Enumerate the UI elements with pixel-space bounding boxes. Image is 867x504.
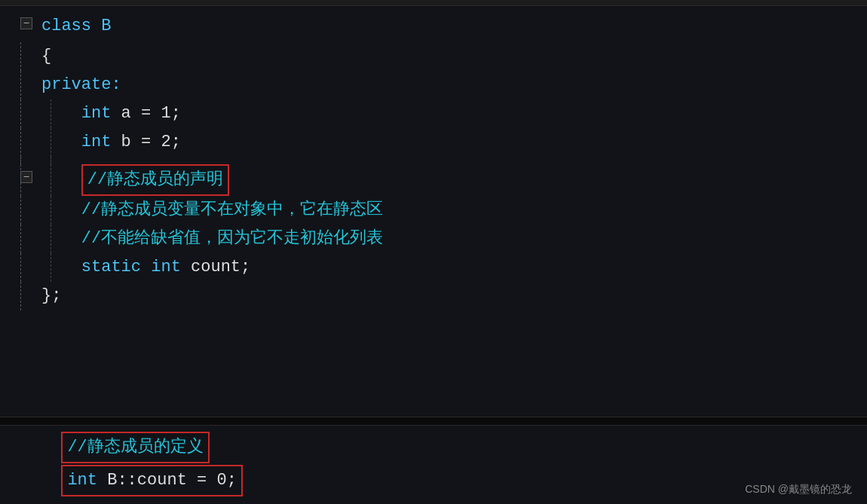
line-close-brace: };: [41, 282, 867, 310]
guide-17: [20, 282, 21, 310]
line-empty: [41, 157, 867, 164]
line-comment-no-default: //不能给缺省值，因为它不走初始化列表: [41, 225, 867, 253]
var-a: a = 1;: [111, 104, 180, 123]
kw-int-def: int: [67, 471, 97, 490]
kw-int-count: int: [151, 258, 181, 276]
comment-declaration-highlighted: //静态成员的声明: [81, 164, 229, 196]
line-int-b: int b = 2;: [41, 128, 867, 157]
guide-3: [20, 99, 21, 128]
guide-5: [20, 128, 21, 157]
comment-static-var-text: //静态成员变量不在对象中，它在静态区: [81, 200, 383, 219]
guide-6: [51, 128, 51, 157]
var-count: count;: [181, 258, 250, 276]
comment-definition-text: //静态成员的定义: [67, 438, 203, 457]
editor-container: − class B { private: int a = 1; int b = …: [0, 0, 867, 504]
guide-4: [51, 99, 51, 128]
count-def: B::count = 0;: [97, 471, 237, 490]
comment-no-default-text: //不能给缺省值，因为它不走初始化列表: [81, 229, 383, 248]
guide-1: [20, 42, 21, 71]
guide-2: [20, 71, 21, 99]
fold-button-comment[interactable]: −: [20, 171, 32, 183]
kw-int-a: int: [81, 104, 112, 123]
guide-13: [20, 225, 21, 253]
code-section: − class B { private: int a = 1; int b = …: [0, 6, 867, 417]
brace-close: };: [41, 286, 61, 305]
guide-11: [20, 196, 21, 225]
line-static-count: static int count;: [41, 253, 867, 282]
kw-private: private:: [41, 75, 121, 94]
line-class-b: − class B: [41, 12, 867, 41]
line-open-brace: {: [41, 42, 867, 71]
line-comment-definition: //静态成员的定义: [41, 432, 867, 463]
line-int-count-def: int B::count = 0;: [41, 465, 867, 496]
guide-8: [51, 157, 51, 164]
top-bar: [0, 0, 867, 6]
line-int-a: int a = 1;: [41, 99, 867, 128]
int-count-def-highlighted: int B::count = 0;: [61, 465, 242, 496]
brace-open: {: [41, 47, 51, 66]
kw-static: static: [81, 258, 151, 276]
section-divider: [0, 417, 867, 426]
guide-15: [20, 253, 21, 282]
watermark: CSDN @戴墨镜的恐龙: [745, 483, 852, 496]
kw-class: class: [41, 17, 101, 35]
line-comment-static-var: //静态成员变量不在对象中，它在静态区: [41, 196, 867, 225]
guide-12: [51, 196, 51, 225]
guide-9: [20, 164, 21, 196]
guide-7: [20, 157, 21, 164]
guide-16: [51, 253, 51, 282]
guide-10: [51, 164, 51, 196]
classname-b: B: [101, 17, 111, 35]
line-private: private:: [41, 71, 867, 99]
fold-button-class[interactable]: −: [20, 17, 32, 29]
comment-declaration-text: //静态成员的声明: [87, 170, 223, 189]
line-comment-declaration: − //静态成员的声明: [41, 164, 867, 196]
var-b: b = 2;: [111, 133, 180, 151]
bottom-section: //静态成员的定义 int B::count = 0; CSDN @戴墨镜的恐龙: [0, 426, 867, 504]
guide-14: [51, 225, 51, 253]
comment-definition-highlighted: //静态成员的定义: [61, 432, 209, 463]
kw-int-b: int: [81, 133, 112, 151]
